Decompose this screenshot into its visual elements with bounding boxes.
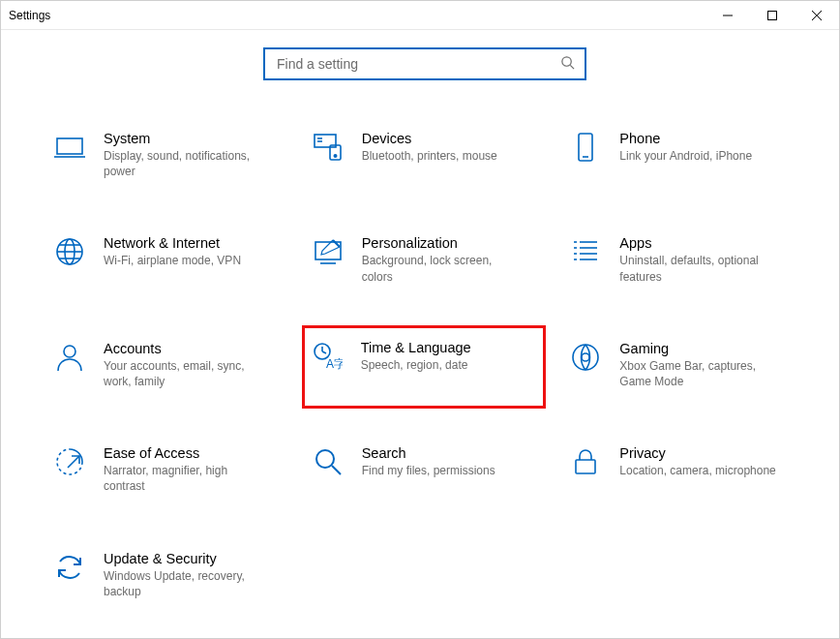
tile-personalization[interactable]: Personalization Background, lock screen,… xyxy=(308,231,543,289)
gaming-icon xyxy=(569,341,602,374)
svg-line-34 xyxy=(322,351,326,353)
svg-rect-6 xyxy=(57,138,82,154)
svg-line-5 xyxy=(570,65,574,69)
tile-desc: Windows Update, recovery, backup xyxy=(104,568,263,599)
svg-line-38 xyxy=(68,456,79,468)
svg-rect-41 xyxy=(576,460,595,473)
settings-window: Settings xyxy=(0,0,840,639)
tile-desc: Xbox Game Bar, captures, Game Mode xyxy=(619,358,779,389)
tile-title: Time & Language xyxy=(361,340,471,355)
ease-of-access-icon xyxy=(53,445,86,478)
tile-privacy[interactable]: Privacy Location, camera, microphone xyxy=(565,441,800,500)
svg-point-39 xyxy=(316,450,334,468)
svg-point-31 xyxy=(64,346,75,357)
tile-desc: Uninstall, defaults, optional features xyxy=(619,253,779,284)
tile-desc: Your accounts, email, sync, work, family xyxy=(104,358,263,389)
maximize-button[interactable] xyxy=(750,1,795,29)
svg-text:A字: A字 xyxy=(326,357,343,371)
search-input[interactable] xyxy=(275,55,560,73)
svg-point-36 xyxy=(573,345,598,370)
tile-desc: Bluetooth, printers, mouse xyxy=(362,148,497,164)
tile-gaming[interactable]: Gaming Xbox Game Bar, captures, Game Mod… xyxy=(565,337,800,395)
tile-desc: Find my files, permissions xyxy=(362,463,495,478)
settings-grid: System Display, sound, notifications, po… xyxy=(49,127,800,605)
window-controls xyxy=(705,1,839,29)
tile-title: Personalization xyxy=(362,235,522,251)
update-security-icon xyxy=(53,551,86,584)
tile-ease-of-access[interactable]: Ease of Access Narrator, magnifier, high… xyxy=(49,441,285,500)
tile-phone[interactable]: Phone Link your Android, iPhone xyxy=(565,127,800,185)
tile-accounts[interactable]: Accounts Your accounts, email, sync, wor… xyxy=(49,337,285,395)
svg-point-37 xyxy=(582,353,589,361)
close-button[interactable] xyxy=(795,1,839,29)
svg-rect-1 xyxy=(768,11,777,19)
content-area: System Display, sound, notifications, po… xyxy=(1,30,839,638)
tile-title: Network & Internet xyxy=(104,235,241,251)
minimize-button[interactable] xyxy=(705,1,750,29)
svg-point-4 xyxy=(562,56,571,65)
tile-title: System xyxy=(104,131,263,146)
time-language-icon: A字 xyxy=(311,340,344,373)
personalization-icon xyxy=(312,235,345,268)
tile-desc: Location, camera, microphone xyxy=(619,463,775,478)
tile-apps[interactable]: Apps Uninstall, defaults, optional featu… xyxy=(565,231,800,289)
tile-desc: Speech, region, date xyxy=(361,357,471,373)
search-box[interactable] xyxy=(263,47,586,80)
tile-title: Privacy xyxy=(619,445,775,461)
tile-search[interactable]: Search Find my files, permissions xyxy=(308,441,543,500)
tile-network[interactable]: Network & Internet Wi-Fi, airplane mode,… xyxy=(49,231,285,289)
tile-desc: Background, lock screen, colors xyxy=(362,253,522,284)
privacy-icon xyxy=(569,445,602,478)
tile-system[interactable]: System Display, sound, notifications, po… xyxy=(49,127,285,185)
devices-icon xyxy=(312,131,345,164)
tile-desc: Display, sound, notifications, power xyxy=(104,148,263,179)
svg-point-12 xyxy=(334,155,336,157)
tile-title: Accounts xyxy=(104,341,263,356)
network-icon xyxy=(53,235,86,268)
tile-desc: Link your Android, iPhone xyxy=(619,148,752,164)
tile-title: Search xyxy=(362,445,495,461)
tile-title: Ease of Access xyxy=(104,445,263,461)
search-icon xyxy=(560,55,575,74)
tile-title: Apps xyxy=(619,235,779,251)
svg-line-40 xyxy=(332,466,341,474)
tile-desc: Narrator, magnifier, high contrast xyxy=(104,463,263,494)
titlebar: Settings xyxy=(1,1,839,30)
tile-desc: Wi-Fi, airplane mode, VPN xyxy=(104,253,241,268)
tile-title: Update & Security xyxy=(104,551,263,566)
svg-line-22 xyxy=(333,240,340,247)
tile-update-security[interactable]: Update & Security Windows Update, recove… xyxy=(49,547,285,605)
tile-title: Devices xyxy=(362,131,497,146)
phone-icon xyxy=(569,131,602,164)
tile-time-language[interactable]: A字 Time & Language Speech, region, date xyxy=(302,325,547,409)
tile-title: Phone xyxy=(619,131,752,146)
search-category-icon xyxy=(312,445,345,478)
system-icon xyxy=(53,131,86,164)
window-title: Settings xyxy=(9,9,50,22)
apps-icon xyxy=(569,235,602,268)
tile-devices[interactable]: Devices Bluetooth, printers, mouse xyxy=(308,127,543,185)
tile-title: Gaming xyxy=(619,341,779,356)
accounts-icon xyxy=(53,341,86,374)
